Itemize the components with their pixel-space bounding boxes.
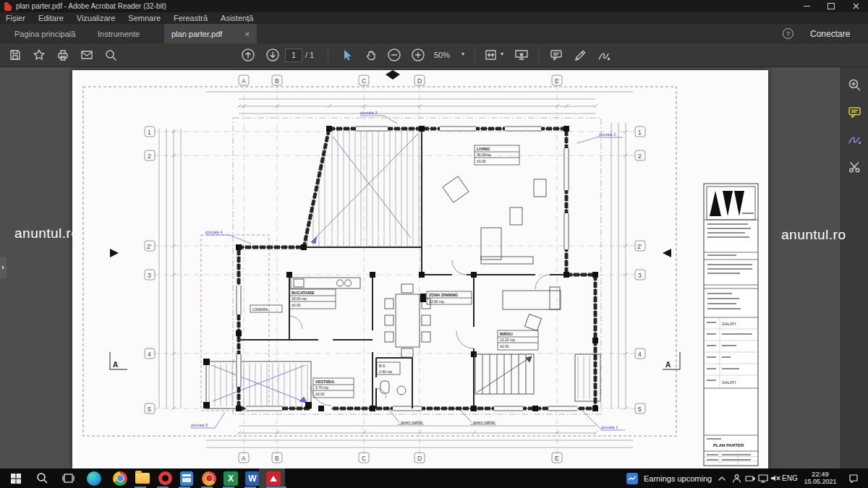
tray-user-icon[interactable] <box>729 468 744 488</box>
highlight-tool-button[interactable] <box>571 43 590 67</box>
svg-text:pluviala 5: pluviala 5 <box>191 423 208 427</box>
next-page-button[interactable] <box>263 43 282 67</box>
search-zoom-icon <box>848 78 861 92</box>
tab-home[interactable]: Pagina principală <box>14 24 75 43</box>
more-tools-button[interactable] <box>846 158 864 176</box>
room-labels: BUCATARIE 15.00 mp ±0.00 ZONA DINNING 23… <box>250 145 538 398</box>
minimize-button[interactable] <box>794 0 819 12</box>
sign-in-button[interactable]: Conectare <box>810 24 850 43</box>
svg-text:±0.00: ±0.00 <box>315 392 325 396</box>
pdf-page[interactable]: AB CD E AB CD E 12 2'3 45 12 2'3 45 <box>72 70 768 468</box>
taskbar-chrome-profile-icon[interactable] <box>199 468 219 488</box>
chevron-up-icon <box>718 474 726 483</box>
svg-text:C: C <box>362 455 366 462</box>
svg-text:ZONA DINNING: ZONA DINNING <box>429 293 458 297</box>
print-button[interactable] <box>54 43 72 67</box>
fill-sign-panel-button[interactable] <box>846 131 864 148</box>
floor-plan-drawing: AB CD E AB CD E 12 2'3 45 12 2'3 45 <box>72 70 768 468</box>
zoom-out-icon <box>387 48 401 62</box>
maximize-button[interactable] <box>819 0 843 12</box>
toolbar-separator <box>328 48 328 62</box>
sign-tool-button[interactable] <box>595 43 613 67</box>
interior-walls <box>239 129 592 408</box>
svg-text:9.70 mp: 9.70 mp <box>315 385 328 390</box>
toolbar: 1 / 1 50% ▾ ▾ <box>0 43 868 67</box>
taskbar-opera-icon[interactable] <box>155 468 175 488</box>
tray-battery-icon[interactable] <box>743 468 757 488</box>
action-center-button[interactable] <box>843 468 864 488</box>
svg-text:3: 3 <box>638 272 642 279</box>
watermark-center: anuntul.ro <box>326 226 391 241</box>
start-button[interactable] <box>6 468 26 488</box>
menu-fisier[interactable]: Fișier <box>6 14 25 22</box>
help-icon[interactable]: ? <box>783 28 793 39</box>
svg-text:B: B <box>275 77 279 85</box>
title-bar: plan parter.pdf - Adobe Acrobat Reader (… <box>0 0 868 12</box>
reading-mode-button[interactable] <box>512 43 531 67</box>
news-widget-icon[interactable] <box>622 468 642 488</box>
svg-text:5: 5 <box>148 406 151 413</box>
tab-document-label: plan parter.pdf <box>171 30 222 38</box>
property-boundary <box>83 87 676 436</box>
callouts: pluviala 3 pluviala 2 pluviala 4 pluvial… <box>191 111 625 430</box>
svg-text:E: E <box>555 455 559 462</box>
email-icon <box>80 48 93 61</box>
svg-text:PLAN PARTER: PLAN PARTER <box>713 443 744 448</box>
taskbar-calculator-icon[interactable] <box>176 468 197 488</box>
svg-text:A: A <box>113 361 118 369</box>
nav-pane-handle[interactable] <box>0 257 7 278</box>
save-icon <box>9 48 22 61</box>
tray-volume-icon[interactable] <box>768 468 783 488</box>
zoom-dropdown-caret[interactable]: ▾ <box>461 51 464 57</box>
language-indicator[interactable]: ENG <box>782 468 798 488</box>
tab-document[interactable]: plan parter.pdf × <box>164 24 257 43</box>
find-button[interactable] <box>101 43 120 67</box>
svg-text:5: 5 <box>638 406 642 413</box>
taskbar-chrome-icon[interactable] <box>110 468 130 488</box>
svg-text:13.20 mp: 13.20 mp <box>500 338 515 342</box>
comment-panel-button[interactable] <box>846 103 864 121</box>
zoom-level-value[interactable]: 50% <box>434 51 450 59</box>
menu-fereastra[interactable]: Fereastră <box>174 14 208 22</box>
taskbar-search-button[interactable] <box>32 468 52 488</box>
svg-text:VESTIBUL: VESTIBUL <box>315 380 336 384</box>
hand-icon <box>364 48 377 61</box>
menu-bar: Fișier Editare Vizualizare Semnare Ferea… <box>0 12 868 24</box>
svg-text:pluviala 1: pluviala 1 <box>601 425 618 429</box>
menu-asistenta[interactable]: Asistență <box>221 14 253 22</box>
news-widget-label[interactable]: Earnings upcoming <box>644 468 712 488</box>
close-button[interactable] <box>843 0 868 12</box>
menu-editare[interactable]: Editare <box>38 14 64 22</box>
widget-chart-icon <box>626 472 639 485</box>
menu-semnare[interactable]: Semnare <box>128 14 161 22</box>
svg-text:A: A <box>242 455 246 462</box>
email-button[interactable] <box>77 43 96 67</box>
taskbar-explorer-icon[interactable] <box>132 468 153 488</box>
menu-vizualizare[interactable]: Vizualizare <box>77 14 116 22</box>
tab-tools[interactable]: Instrumente <box>98 24 140 43</box>
taskbar-clock[interactable]: 22:49 15.05.2021 <box>801 470 839 487</box>
fit-width-button[interactable] <box>482 43 501 67</box>
zoom-out-button[interactable] <box>385 43 404 67</box>
comment-tool-button[interactable] <box>547 43 566 67</box>
svg-text:30.30mp: 30.30mp <box>477 153 491 157</box>
previous-page-button[interactable] <box>239 43 258 67</box>
tab-close-icon[interactable]: × <box>245 30 250 38</box>
signature-icon <box>848 133 861 147</box>
page-number-input[interactable]: 1 <box>285 48 302 62</box>
taskbar-acrobat-icon[interactable] <box>263 468 284 488</box>
star-button[interactable] <box>30 43 48 67</box>
task-view-icon <box>62 472 75 484</box>
svg-text:±0.00: ±0.00 <box>477 159 486 163</box>
zoom-tools-button[interactable] <box>846 76 864 93</box>
task-view-button[interactable] <box>58 468 78 488</box>
hand-tool-button[interactable] <box>361 43 380 67</box>
zoom-in-button[interactable] <box>409 43 427 67</box>
fit-dropdown-caret[interactable]: ▾ <box>501 51 503 57</box>
select-tool-button[interactable] <box>337 43 356 67</box>
taskbar-excel-icon[interactable]: X <box>221 468 241 488</box>
hidden-icons-chevron[interactable] <box>715 468 729 488</box>
svg-text:LIVING: LIVING <box>477 147 490 151</box>
taskbar-edge-icon[interactable] <box>84 468 104 488</box>
save-button[interactable] <box>6 43 25 67</box>
